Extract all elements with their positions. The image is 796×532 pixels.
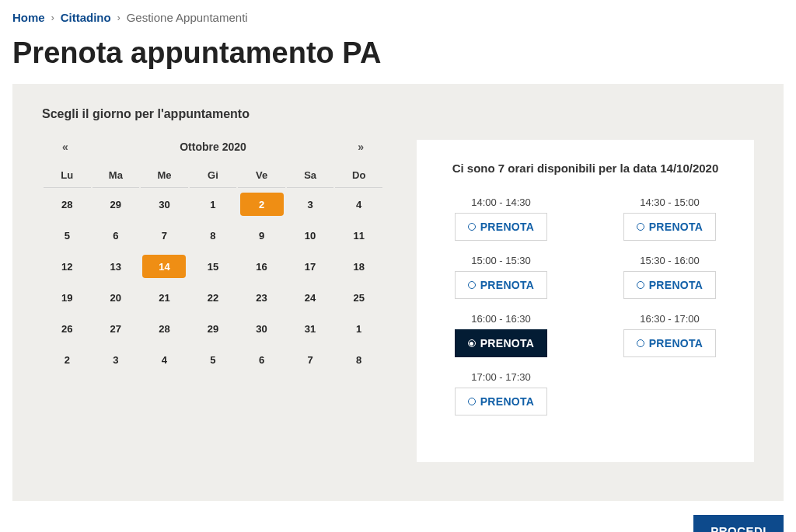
slot-time: 15:30 - 16:00 — [609, 255, 731, 266]
calendar-day: 4 — [335, 190, 382, 219]
slot-book-button[interactable]: PRENOTA — [623, 329, 717, 357]
calendar-section-title: Scegli il giorno per l'appuntamento — [42, 107, 754, 121]
slot-time: 14:00 - 14:30 — [440, 196, 562, 208]
slot-button-label: PRENOTA — [649, 221, 703, 233]
slot-item: 16:00 - 16:30PRENOTA — [440, 313, 562, 357]
calendar-day: 28 — [44, 190, 91, 219]
calendar-weekday: Ve — [238, 163, 285, 188]
calendar-day[interactable]: 8 — [190, 221, 237, 250]
calendar-day: 18 — [335, 252, 382, 281]
calendar-day[interactable]: 20 — [93, 283, 140, 312]
slot-button-label: PRENOTA — [480, 279, 535, 291]
calendar-day: 16 — [238, 252, 285, 281]
slot-book-button[interactable]: PRENOTA — [455, 213, 548, 241]
slot-time: 14:30 - 15:00 — [609, 196, 731, 208]
calendar-day: 17 — [287, 252, 334, 281]
calendar-day: 7 — [287, 345, 334, 374]
radio-icon — [637, 339, 644, 347]
calendar-day[interactable]: 5 — [44, 221, 91, 250]
slot-button-label: PRENOTA — [480, 337, 535, 349]
calendar-day: 1 — [335, 314, 382, 343]
calendar-day: 15 — [190, 252, 237, 281]
calendar-weekday: Sa — [287, 163, 334, 188]
chevron-right-icon: › — [117, 12, 120, 23]
calendar-day[interactable]: 27 — [93, 314, 140, 343]
calendar-day[interactable]: 14 — [141, 252, 188, 281]
calendar-day: 30 — [238, 314, 285, 343]
slot-item: 16:30 - 17:00PRENOTA — [609, 313, 731, 357]
calendar-day: 4 — [141, 345, 188, 374]
calendar-day: 23 — [238, 283, 285, 312]
calendar-day[interactable]: 9 — [238, 221, 285, 250]
breadcrumb-current: Gestione Appuntamenti — [127, 11, 248, 24]
chevron-right-icon: › — [51, 12, 54, 23]
calendar-day: 11 — [335, 221, 382, 250]
calendar-next-button[interactable]: » — [353, 140, 368, 154]
slot-button-label: PRENOTA — [649, 279, 703, 291]
calendar-day[interactable]: 13 — [93, 252, 140, 281]
calendar-day: 29 — [190, 314, 237, 343]
calendar-day[interactable]: 26 — [44, 314, 91, 343]
calendar-day[interactable]: 2 — [238, 190, 285, 219]
slot-time: 16:30 - 17:00 — [609, 313, 731, 325]
breadcrumb-home[interactable]: Home — [12, 11, 45, 24]
slot-button-label: PRENOTA — [480, 221, 535, 233]
slots-card: Ci sono 7 orari disponibili per la data … — [417, 140, 754, 462]
radio-icon — [637, 223, 644, 231]
breadcrumb: Home › Cittadino › Gestione Appuntamenti — [12, 6, 784, 29]
calendar-day: 29 — [93, 190, 140, 219]
calendar-day: 25 — [335, 283, 382, 312]
slot-time: 17:00 - 17:30 — [440, 371, 562, 383]
calendar-day[interactable]: 28 — [141, 314, 188, 343]
calendar-day: 8 — [335, 345, 382, 374]
calendar-weekday: Lu — [44, 163, 91, 188]
slot-time: 16:00 - 16:30 — [440, 313, 562, 325]
calendar-day: 30 — [141, 190, 188, 219]
page-title: Prenota appuntamento PA — [12, 37, 784, 70]
slot-book-button[interactable]: PRENOTA — [623, 271, 717, 299]
slot-item: 14:30 - 15:00PRENOTA — [609, 196, 731, 241]
slot-item: 17:00 - 17:30PRENOTA — [440, 371, 562, 416]
calendar-day: 22 — [190, 283, 237, 312]
calendar-day: 31 — [287, 314, 334, 343]
slot-item: 15:30 - 16:00PRENOTA — [609, 255, 731, 299]
calendar-day: 1 — [190, 190, 237, 219]
radio-icon — [468, 223, 476, 231]
calendar-day: 10 — [287, 221, 334, 250]
slot-book-button[interactable]: PRENOTA — [623, 213, 717, 241]
calendar-day: 3 — [93, 345, 140, 374]
slots-title: Ci sono 7 orari disponibili per la data … — [440, 162, 731, 175]
calendar-day[interactable]: 12 — [44, 252, 91, 281]
slot-book-button[interactable]: PRENOTA — [455, 329, 548, 357]
calendar-day[interactable]: 19 — [44, 283, 91, 312]
calendar-day: 3 — [287, 190, 334, 219]
proceed-button[interactable]: PROCEDI — [693, 515, 784, 532]
slot-button-label: PRENOTA — [649, 337, 703, 349]
slot-time: 15:00 - 15:30 — [440, 255, 562, 266]
slot-item: 15:00 - 15:30PRENOTA — [440, 255, 562, 299]
radio-icon — [468, 339, 476, 347]
slot-button-label: PRENOTA — [480, 395, 535, 408]
calendar-day: 5 — [190, 345, 237, 374]
radio-icon — [468, 281, 476, 289]
slot-item: 14:00 - 14:30PRENOTA — [440, 196, 562, 241]
calendar-day[interactable]: 6 — [93, 221, 140, 250]
calendar-weekday: Gi — [190, 163, 237, 188]
main-panel: Scegli il giorno per l'appuntamento « Ot… — [12, 84, 784, 501]
breadcrumb-cittadino[interactable]: Cittadino — [61, 11, 111, 24]
calendar-day: 6 — [238, 345, 285, 374]
calendar-weekday: Ma — [93, 163, 140, 188]
calendar-day: 2 — [44, 345, 91, 374]
calendar-day[interactable]: 21 — [141, 283, 188, 312]
calendar-weekday: Do — [335, 163, 382, 188]
radio-icon — [468, 398, 476, 405]
calendar-month-label: Ottobre 2020 — [180, 141, 246, 153]
calendar-grid: LuMaMeGiVeSaDo 2829301234567891011121314… — [42, 162, 384, 376]
calendar-day[interactable]: 7 — [141, 221, 188, 250]
radio-icon — [637, 281, 644, 289]
calendar: « Ottobre 2020 » LuMaMeGiVeSaDo 28293012… — [42, 140, 384, 376]
slot-book-button[interactable]: PRENOTA — [455, 271, 548, 299]
slot-book-button[interactable]: PRENOTA — [455, 388, 548, 416]
calendar-prev-button[interactable]: « — [58, 140, 73, 154]
calendar-weekday: Me — [141, 163, 188, 188]
